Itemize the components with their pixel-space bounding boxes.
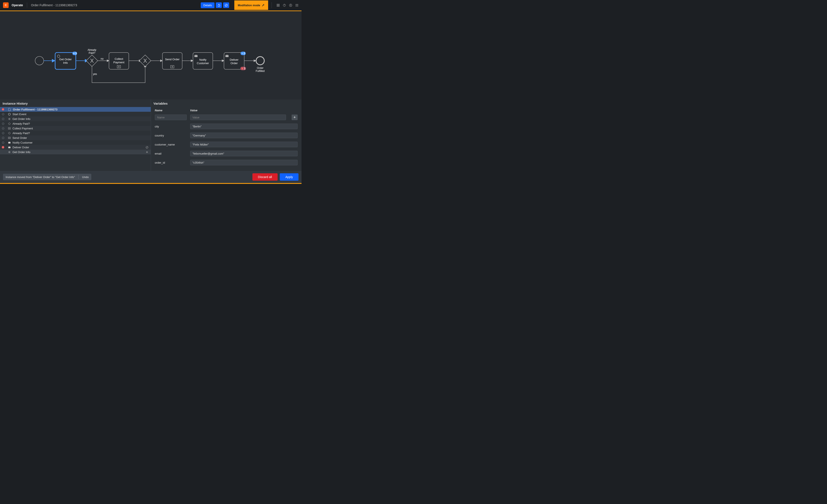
- svg-point-38: [8, 113, 10, 115]
- variable-row: customer_name: [155, 140, 298, 149]
- node-label: Paid?: [89, 51, 95, 54]
- history-status-icon: [0, 122, 6, 125]
- node-badge: + 1: [72, 52, 77, 55]
- variable-value-input[interactable]: [190, 142, 298, 147]
- history-type-icon: [6, 136, 12, 140]
- svg-text:+: +: [73, 52, 75, 55]
- breadcrumb[interactable]: Order Fulfilment - 1119981369273: [31, 3, 201, 7]
- building-icon[interactable]: [277, 4, 280, 7]
- node-label: Customer: [197, 61, 209, 65]
- history-row[interactable]: Get Order Info: [0, 150, 151, 154]
- variable-new-row: +: [155, 113, 298, 122]
- panel-title: Variables: [151, 99, 302, 107]
- history-row[interactable]: !Deliver Order: [0, 145, 151, 150]
- history-row[interactable]: Notify Customer: [0, 140, 151, 145]
- add-variable-button[interactable]: +: [292, 114, 298, 120]
- history-row[interactable]: !Order Fulfilment - 1119981369273: [0, 107, 151, 112]
- footer-bar: Instance moved from "Deliver Order" to "…: [0, 171, 301, 183]
- history-row-name: Get Order Info: [12, 150, 143, 154]
- node-label: Payment: [113, 61, 125, 64]
- history-type-icon: [6, 113, 12, 116]
- instance-history-panel: Instance History !Order Fulfilment - 111…: [0, 99, 151, 171]
- variable-value-input[interactable]: [190, 114, 286, 120]
- history-list[interactable]: !Order Fulfilment - 1119981369273Start E…: [0, 107, 151, 171]
- variable-name: country: [155, 134, 187, 137]
- history-row-action[interactable]: [143, 146, 151, 149]
- svg-text:1: 1: [244, 67, 246, 70]
- svg-rect-3: [279, 4, 279, 5]
- history-type-icon: [6, 117, 12, 120]
- discard-all-button[interactable]: Discard all: [252, 173, 278, 181]
- already-paid-gateway[interactable]: X: [86, 55, 98, 66]
- variable-name: order_id: [155, 161, 187, 164]
- history-status-icon: [0, 137, 6, 139]
- history-status-icon: [0, 141, 6, 144]
- svg-text:!: !: [242, 67, 243, 69]
- apps-icon[interactable]: [295, 4, 298, 7]
- modification-mode-label: Modifation mode: [238, 4, 260, 7]
- bottom-bar: [0, 183, 301, 184]
- undo-button[interactable]: Undo: [82, 175, 89, 179]
- merge-gateway[interactable]: X: [139, 55, 151, 66]
- history-row-name: Already Paid?: [12, 122, 143, 125]
- variable-value-input[interactable]: [190, 160, 298, 165]
- details-button[interactable]: Details: [201, 2, 214, 8]
- variable-row: country: [155, 131, 298, 140]
- svg-text:1: 1: [244, 52, 245, 55]
- svg-text:−: −: [241, 52, 243, 55]
- history-row-action[interactable]: [143, 150, 151, 154]
- history-row[interactable]: Start Event: [0, 112, 151, 116]
- history-row-name: Send Order: [12, 136, 143, 140]
- history-row[interactable]: Get Order Info: [0, 116, 151, 121]
- user-icon[interactable]: [289, 4, 292, 7]
- svg-rect-4: [277, 5, 278, 6]
- history-row[interactable]: Already Paid?: [0, 121, 151, 126]
- variable-row: order_id: [155, 158, 298, 167]
- diagram-canvas[interactable]: Get Order Info + 1 X Already Paid? no ye…: [0, 11, 301, 99]
- start-event-node[interactable]: [35, 56, 44, 65]
- variable-name: email: [155, 152, 187, 155]
- variables-name-header: Name: [155, 109, 187, 112]
- variable-name: city: [155, 125, 187, 128]
- history-type-icon: [6, 132, 12, 135]
- history-type-icon: [6, 122, 12, 125]
- history-type-icon: [6, 150, 12, 154]
- node-label: Get Order: [59, 58, 72, 61]
- svg-point-50: [2, 137, 4, 139]
- history-row[interactable]: Already Paid?: [0, 131, 151, 136]
- variables-panel: Variables Name Value + citycountrycustom…: [151, 99, 302, 171]
- variable-name-input[interactable]: [155, 114, 187, 120]
- history-status-icon: !: [0, 146, 6, 149]
- reset-icon: [217, 4, 221, 7]
- history-row-name: Order Fulfilment - 1119981369273: [12, 108, 143, 111]
- reset-button[interactable]: [216, 2, 222, 8]
- logo[interactable]: C: [3, 2, 9, 8]
- cancel-icon: [225, 4, 228, 7]
- svg-rect-43: [8, 122, 10, 125]
- history-row-name: Deliver Order: [12, 146, 143, 149]
- variable-value-input[interactable]: [190, 151, 298, 156]
- history-status-icon: [0, 117, 6, 120]
- end-event-node[interactable]: [256, 57, 264, 65]
- history-row[interactable]: Send Order: [0, 136, 151, 140]
- apply-button[interactable]: Apply: [280, 173, 298, 181]
- help-icon[interactable]: [283, 4, 286, 7]
- svg-point-44: [2, 127, 4, 130]
- svg-line-1: [225, 4, 227, 6]
- history-status-icon: [0, 113, 6, 116]
- svg-point-48: [2, 132, 4, 134]
- svg-rect-2: [277, 4, 278, 5]
- history-type-icon: [6, 146, 12, 149]
- bottom-panels: Instance History !Order Fulfilment - 111…: [0, 99, 301, 171]
- app-name[interactable]: Operate: [12, 3, 23, 7]
- variable-value-input[interactable]: [190, 133, 298, 138]
- modification-mode-button[interactable]: Modifation mode: [234, 0, 268, 10]
- svg-rect-49: [8, 132, 10, 134]
- cancel-button[interactable]: [223, 2, 229, 8]
- variable-value-input[interactable]: [190, 123, 298, 129]
- svg-rect-5: [279, 5, 279, 6]
- variables-body: + citycountrycustomer_nameemailorder_id: [151, 113, 302, 171]
- svg-point-18: [298, 6, 298, 6]
- svg-point-39: [2, 118, 4, 120]
- history-row[interactable]: Collect Payment: [0, 126, 151, 131]
